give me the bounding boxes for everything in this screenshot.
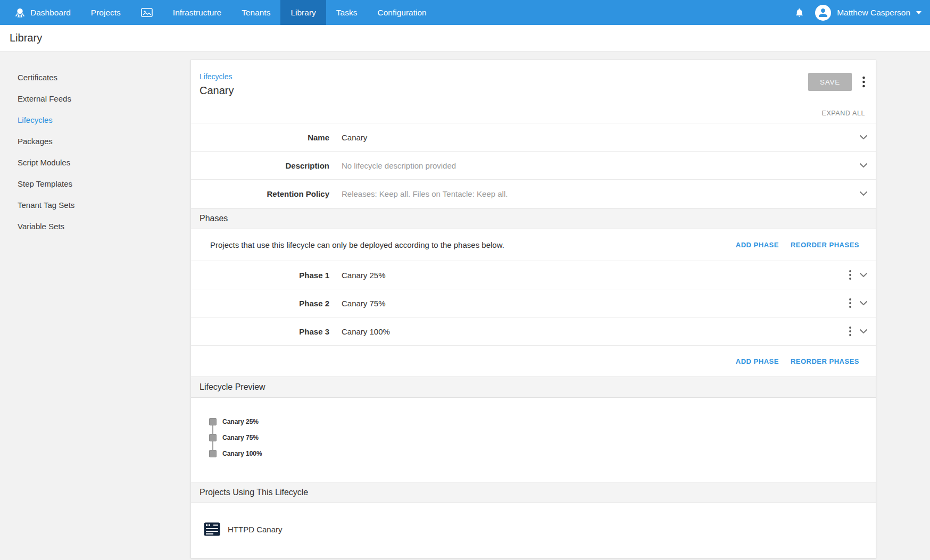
- project-name: HTTPD Canary: [228, 525, 283, 534]
- sidebar-item-lifecycles[interactable]: Lifecycles: [18, 109, 190, 130]
- phases-section-header: Phases: [191, 208, 876, 229]
- project-window-icon: [204, 522, 220, 536]
- chevron-down-icon[interactable]: [860, 163, 867, 168]
- kebab-menu-icon[interactable]: [849, 327, 851, 336]
- phase-label: Phase 3: [200, 327, 329, 336]
- sidebar-item-label: Script Modules: [18, 158, 70, 167]
- field-row-retention-policy[interactable]: Retention Policy Releases: Keep all. Fil…: [191, 180, 876, 208]
- chevron-down-icon[interactable]: [860, 273, 867, 278]
- preview-node-label: Canary 25%: [222, 418, 259, 425]
- sidebar-item-label: External Feeds: [18, 94, 71, 103]
- lifecycle-preview-header: Lifecycle Preview: [191, 377, 876, 398]
- reorder-phases-button[interactable]: REORDER PHASES: [785, 237, 865, 253]
- field-row-description[interactable]: Description No lifecycle description pro…: [191, 152, 876, 180]
- add-phase-button-bottom[interactable]: ADD PHASE: [730, 353, 785, 370]
- breadcrumb[interactable]: Lifecycles: [200, 72, 232, 81]
- sidebar-item-tenant-tag-sets[interactable]: Tenant Tag Sets: [18, 194, 190, 215]
- reorder-phases-button-bottom[interactable]: REORDER PHASES: [785, 353, 865, 370]
- nav-left: Dashboard Projects Infrastructure Tenant…: [0, 0, 437, 25]
- chevron-down-icon[interactable]: [860, 135, 867, 140]
- title-bar: Library: [0, 25, 930, 52]
- field-value: Releases: Keep all. Files on Tentacle: K…: [342, 189, 860, 198]
- lifecycle-title: Canary: [200, 85, 865, 97]
- sidebar-item-step-templates[interactable]: Step Templates: [18, 173, 190, 194]
- nav-item-library[interactable]: Library: [280, 0, 326, 25]
- nav-item-label: Infrastructure: [173, 8, 221, 18]
- nav-item-configuration[interactable]: Configuration: [367, 0, 436, 25]
- octopus-logo-icon: [14, 7, 26, 18]
- nav-item-label: Configuration: [377, 8, 426, 18]
- sidebar-item-external-feeds[interactable]: External Feeds: [18, 88, 190, 109]
- sidebar-item-label: Certificates: [18, 73, 57, 82]
- phase-value: Canary 100%: [342, 327, 849, 336]
- top-nav: Dashboard Projects Infrastructure Tenant…: [0, 0, 930, 25]
- sidebar-item-certificates[interactable]: Certificates: [18, 66, 190, 88]
- chevron-down-icon[interactable]: [860, 329, 867, 334]
- save-button[interactable]: SAVE: [808, 73, 852, 91]
- projects-using-header: Projects Using This Lifecycle: [191, 482, 876, 503]
- sidebar-item-label: Tenant Tag Sets: [18, 200, 74, 210]
- sidebar-item-label: Packages: [18, 137, 53, 146]
- nav-item-label: Tasks: [336, 8, 358, 18]
- phases-intro-row: Projects that use this lifecycle can onl…: [191, 229, 876, 261]
- overflow-menu-icon[interactable]: [862, 76, 865, 88]
- caret-down-icon: [916, 11, 921, 14]
- phases-footer-row: ADD PHASE REORDER PHASES: [191, 346, 876, 377]
- phase-row-1[interactable]: Phase 1 Canary 25%: [191, 261, 876, 289]
- kebab-menu-icon[interactable]: [849, 270, 851, 280]
- page-title: Library: [10, 32, 42, 44]
- add-phase-button[interactable]: ADD PHASE: [730, 237, 785, 253]
- bell-icon[interactable]: [794, 7, 804, 18]
- sidebar-item-packages[interactable]: Packages: [18, 130, 190, 152]
- chevron-down-icon[interactable]: [860, 191, 867, 196]
- user-name: Matthew Casperson: [837, 8, 910, 18]
- phase-label: Phase 2: [200, 299, 329, 308]
- sidebar-item-label: Lifecycles: [18, 115, 53, 124]
- field-label: Name: [200, 133, 329, 142]
- lifecycle-card: Lifecycles Canary SAVE EXPAND ALL Name C…: [190, 60, 876, 558]
- phase-row-2[interactable]: Phase 2 Canary 75%: [191, 289, 876, 317]
- sidebar-item-script-modules[interactable]: Script Modules: [18, 152, 190, 173]
- nav-item-label: Library: [290, 8, 315, 18]
- expand-all-button[interactable]: EXPAND ALL: [191, 103, 876, 123]
- nav-item-label: Dashboard: [30, 8, 71, 18]
- nav-item-tasks[interactable]: Tasks: [326, 0, 368, 25]
- photo-icon: [141, 8, 153, 17]
- field-row-name[interactable]: Name Canary: [191, 123, 876, 152]
- phase-node-icon: [209, 434, 217, 441]
- nav-item-photo[interactable]: [131, 0, 163, 25]
- nav-item-label: Tenants: [242, 8, 270, 18]
- phases-intro-text: Projects that use this lifecycle can onl…: [210, 240, 730, 249]
- nav-item-infrastructure[interactable]: Infrastructure: [163, 0, 231, 25]
- nav-item-dashboard[interactable]: Dashboard: [4, 0, 81, 25]
- phase-node-icon: [209, 450, 217, 457]
- field-value: No lifecycle description provided: [342, 161, 860, 170]
- field-label: Retention Policy: [200, 189, 329, 198]
- kebab-menu-icon[interactable]: [849, 298, 851, 308]
- user-menu[interactable]: Matthew Casperson: [815, 5, 921, 21]
- field-value: Canary: [342, 133, 860, 142]
- card-header: Lifecycles Canary SAVE: [191, 60, 876, 103]
- preview-node-3: Canary 100%: [209, 446, 876, 462]
- chevron-down-icon[interactable]: [860, 301, 867, 306]
- sidebar-item-label: Step Templates: [18, 179, 72, 188]
- nav-item-projects[interactable]: Projects: [81, 0, 131, 25]
- field-label: Description: [200, 161, 329, 170]
- sidebar-item-variable-sets[interactable]: Variable Sets: [18, 215, 190, 237]
- nav-right: Matthew Casperson: [794, 0, 930, 25]
- phase-node-icon: [209, 418, 217, 425]
- preview-node-1: Canary 25%: [209, 414, 876, 430]
- sidebar: Certificates External Feeds Lifecycles P…: [0, 52, 190, 237]
- nav-item-tenants[interactable]: Tenants: [231, 0, 280, 25]
- avatar: [815, 5, 831, 21]
- phase-label: Phase 1: [200, 271, 329, 280]
- phase-value: Canary 75%: [342, 299, 849, 308]
- phase-row-3[interactable]: Phase 3 Canary 100%: [191, 317, 876, 346]
- lifecycle-preview: Canary 25% Canary 75% Canary 100%: [191, 398, 876, 482]
- sidebar-item-label: Variable Sets: [18, 222, 64, 231]
- project-item-httpd-canary[interactable]: HTTPD Canary: [191, 503, 876, 555]
- preview-node-2: Canary 75%: [209, 430, 876, 446]
- nav-item-label: Projects: [91, 8, 121, 18]
- preview-node-label: Canary 75%: [222, 434, 259, 441]
- phase-value: Canary 25%: [342, 271, 849, 280]
